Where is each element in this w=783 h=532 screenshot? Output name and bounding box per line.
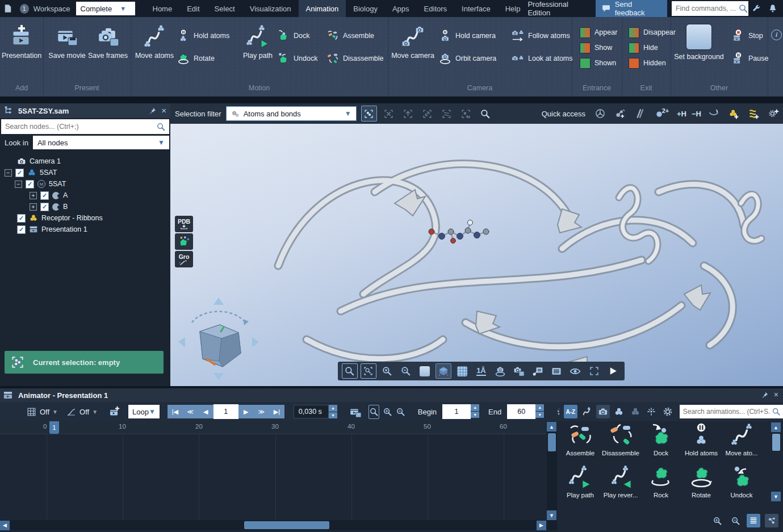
filter-atoms-button[interactable] xyxy=(613,405,626,418)
timeline-zoom-fit-button[interactable] xyxy=(369,405,379,419)
pin-panel-button[interactable] xyxy=(148,107,157,115)
tree-item-chain-a[interactable]: + ✓ A xyxy=(0,190,170,201)
animation-tile-rock[interactable]: Rock xyxy=(641,464,681,499)
animation-tile-undock[interactable]: Undock xyxy=(722,464,761,499)
list-view-button[interactable] xyxy=(747,514,760,527)
menu-help[interactable]: Help xyxy=(498,0,528,17)
v-scroll-thumb[interactable] xyxy=(548,433,556,451)
menu-biology[interactable]: Biology xyxy=(346,0,385,17)
move-atoms-button[interactable]: Move atoms xyxy=(131,24,178,60)
expand-toggle[interactable]: + xyxy=(30,192,37,199)
timeline-zoom-in-button[interactable] xyxy=(383,405,392,419)
visibility-checkbox[interactable]: ✓ xyxy=(40,203,49,211)
add-keyframe-button[interactable] xyxy=(108,405,120,419)
search-animations-input[interactable] xyxy=(680,407,772,416)
go-last-button[interactable]: ▶| xyxy=(269,408,284,416)
navigation-cube[interactable] xyxy=(176,296,261,383)
library-scrollbar[interactable]: ▲ ▼ xyxy=(771,422,781,516)
visibility-checkbox[interactable]: ✓ xyxy=(40,191,49,200)
pin-panel-button[interactable] xyxy=(761,391,769,399)
hold-atoms-button[interactable]: Hold atoms xyxy=(177,28,229,43)
prev-frame-button[interactable]: ◀ xyxy=(198,408,213,416)
set-background-button[interactable]: Set background xyxy=(675,24,723,61)
search-animations-box[interactable] xyxy=(680,405,783,418)
fetch-pdb-button[interactable]: PDB xyxy=(175,216,193,232)
frame-time-field[interactable]: 0,030 s xyxy=(294,405,329,418)
hidden-button[interactable]: Hidden xyxy=(629,56,666,70)
show-button[interactable]: Show xyxy=(580,40,612,55)
add-residue-button[interactable] xyxy=(726,106,741,121)
graph-view-button[interactable] xyxy=(765,514,778,527)
frame-time-spinner[interactable]: ▲▼ xyxy=(329,405,337,418)
collapse-toggle[interactable]: − xyxy=(5,169,12,177)
playhead[interactable]: 1 xyxy=(49,421,59,434)
export-movie-button[interactable] xyxy=(349,405,362,419)
look-at-atoms-button[interactable]: Look at atoms xyxy=(512,51,573,66)
add-atoms-button[interactable] xyxy=(613,106,627,121)
dock-ligand-button[interactable] xyxy=(175,233,193,250)
orbit-view-button[interactable] xyxy=(492,363,508,379)
visibility-checkbox[interactable]: ✓ xyxy=(17,225,26,234)
background-button[interactable] xyxy=(417,363,433,379)
fullscreen-button[interactable] xyxy=(586,363,602,379)
grid-button[interactable] xyxy=(454,363,470,379)
menu-select[interactable]: Select xyxy=(207,0,242,17)
preferences-button[interactable] xyxy=(748,0,765,17)
workspace-dropdown[interactable]: Complete ▼ xyxy=(76,2,135,15)
current-frame-field[interactable] xyxy=(213,404,238,419)
collapse-toggle[interactable]: − xyxy=(15,181,22,188)
visibility-checkbox[interactable]: ✓ xyxy=(15,169,24,177)
change-bond-button[interactable] xyxy=(633,106,647,121)
end-spinner[interactable]: ▲▼ xyxy=(535,404,544,418)
menu-animation[interactable]: Animation xyxy=(299,0,346,17)
search-nodes-box[interactable] xyxy=(1,119,169,134)
menu-edit[interactable]: Edit xyxy=(179,0,207,17)
settings-add-button[interactable] xyxy=(766,106,781,121)
menu-visualization[interactable]: Visualization xyxy=(242,0,299,17)
timeline-h-scrollbar[interactable]: ◀ ▶ xyxy=(0,520,546,530)
find-commands-input[interactable] xyxy=(672,4,738,13)
tree-item-presentation-1[interactable]: ✓ Presentation 1 xyxy=(0,224,170,235)
begin-spinner[interactable]: ▲▼ xyxy=(471,404,479,418)
save-frames-button[interactable]: Save frames xyxy=(84,24,132,60)
document-icon[interactable] xyxy=(0,0,16,17)
zoom-region-button[interactable] xyxy=(361,363,376,379)
scale-1a-button[interactable]: 1Å xyxy=(473,363,489,379)
visibility-checkbox[interactable]: ✓ xyxy=(17,214,26,223)
remove-hydrogens-button[interactable]: −H xyxy=(692,110,701,118)
snap-dropdown[interactable]: Off ▼ xyxy=(26,407,58,417)
orientation-cube-button[interactable] xyxy=(436,363,451,379)
filter-effects-button[interactable] xyxy=(645,405,659,418)
animation-tile-dock[interactable]: Dock xyxy=(641,422,681,456)
menu-interface[interactable]: Interface xyxy=(454,0,498,17)
scroll-up-button[interactable]: ▲ xyxy=(547,422,556,432)
orbit-camera-button[interactable]: Orbit camera xyxy=(439,51,496,66)
animation-tile-play-path[interactable]: Play path xyxy=(560,464,600,499)
animation-tile-disassemble[interactable]: Disassemble xyxy=(601,422,640,456)
tree-item-chain-b[interactable]: + ✓ B xyxy=(0,201,170,212)
fast-forward-button[interactable]: ≫ xyxy=(254,408,269,416)
select-parent-button[interactable] xyxy=(401,106,416,121)
animation-tile-play-reverse[interactable]: Play rever... xyxy=(601,464,640,499)
select-all-button[interactable] xyxy=(361,106,377,122)
scroll-down-button[interactable]: ▼ xyxy=(547,510,556,520)
disappear-button[interactable]: Disappear xyxy=(629,25,676,40)
animation-tile-move-atoms[interactable]: Move ato... xyxy=(722,422,761,456)
filter-path-button[interactable] xyxy=(580,405,594,418)
timeline-v-scrollbar[interactable]: ▲ ▼ xyxy=(547,421,557,530)
close-panel-button[interactable]: × xyxy=(161,107,166,115)
interpolation-dropdown[interactable]: Off ▼ xyxy=(66,407,98,417)
viewport-3d[interactable]: Selection filter Atoms and bonds ▼ xyxy=(170,103,783,386)
search-nodes-input[interactable] xyxy=(1,122,156,131)
play-path-button[interactable]: Play path xyxy=(234,24,282,60)
appear-button[interactable]: Appear xyxy=(580,25,617,40)
snapshot-button[interactable] xyxy=(511,363,527,379)
filter-camera-button[interactable] xyxy=(596,405,610,418)
tree-item-5sat[interactable]: − ✓ 5SAT xyxy=(0,167,170,178)
selection-filter-dropdown[interactable]: Atoms and bonds ▼ xyxy=(226,106,357,121)
minimize-button[interactable] xyxy=(706,106,721,121)
follow-atoms-button[interactable]: Follow atoms xyxy=(512,28,570,43)
filter-groups-button[interactable] xyxy=(629,405,642,418)
hold-camera-button[interactable]: Hold camera xyxy=(439,28,496,43)
menu-editors[interactable]: Editors xyxy=(417,0,454,17)
